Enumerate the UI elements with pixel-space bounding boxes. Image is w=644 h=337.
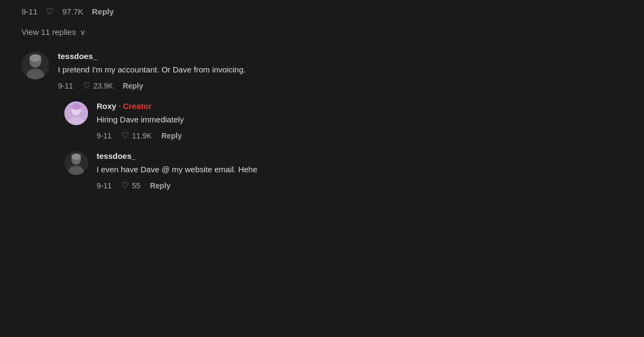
like-count: 23.9K	[93, 82, 113, 90]
avatar	[21, 52, 49, 79]
comment-item: tessdoes_ I even have Dave @ my website …	[21, 146, 623, 196]
comment-text: Hiring Dave immediately	[97, 114, 623, 125]
like-button[interactable]: ♡ 23.9K	[83, 80, 113, 91]
comment-username: tessdoes_	[97, 151, 623, 160]
comment-text: I even have Dave @ my website email. Heh…	[97, 164, 623, 175]
top-actions-bar: 9-11 ♡ 97.7K Reply	[21, 0, 623, 20]
top-likes: 97.7K	[62, 7, 83, 16]
comment-actions: 9-11 ♡ 11.9K Reply	[97, 130, 623, 141]
avatar	[64, 151, 88, 175]
comment-actions: 9-11 ♡ 55 Reply	[97, 180, 623, 191]
top-date: 9-11	[21, 7, 38, 16]
comment-date: 9-11	[58, 82, 73, 90]
comment-content: Roxy· Creator Hiring Dave immediately 9-…	[97, 101, 623, 141]
like-count: 11.9K	[132, 131, 152, 140]
reply-button[interactable]: Reply	[162, 131, 182, 140]
chevron-down-icon: ∨	[80, 28, 85, 36]
like-button[interactable]: ♡ 11.9K	[121, 130, 152, 141]
comment-content: tessdoes_ I even have Dave @ my website …	[97, 151, 623, 191]
comment-item: tessdoes_ I pretend I'm my accountant. O…	[21, 46, 623, 96]
svg-point-3	[30, 54, 41, 62]
top-reply-button[interactable]: Reply	[92, 7, 114, 16]
reply-button[interactable]: Reply	[150, 181, 171, 190]
svg-point-7	[71, 104, 81, 110]
comment-username: Roxy· Creator	[97, 101, 623, 111]
top-heart-icon: ♡	[46, 6, 54, 17]
comment-date: 9-11	[97, 131, 112, 140]
avatar	[64, 101, 88, 125]
comment-content: tessdoes_ I pretend I'm my accountant. O…	[58, 52, 623, 91]
comment-item: Roxy· Creator Hiring Dave immediately 9-…	[21, 96, 623, 146]
svg-point-11	[71, 153, 81, 160]
creator-badge: · Creator	[119, 101, 152, 111]
like-count: 55	[132, 181, 141, 190]
heart-icon: ♡	[121, 180, 129, 191]
reply-button[interactable]: Reply	[123, 82, 143, 90]
view-replies-label: View 11 replies	[21, 27, 76, 36]
view-replies-button[interactable]: View 11 replies ∨	[21, 20, 623, 46]
comment-actions: 9-11 ♡ 23.9K Reply	[58, 80, 623, 91]
comment-date: 9-11	[97, 181, 112, 190]
comment-text: I pretend I'm my accountant. Or Dave fro…	[58, 64, 623, 75]
heart-icon: ♡	[83, 80, 90, 91]
comment-username: tessdoes_	[58, 52, 623, 61]
like-button[interactable]: ♡ 55	[121, 180, 141, 191]
heart-icon: ♡	[121, 130, 129, 141]
